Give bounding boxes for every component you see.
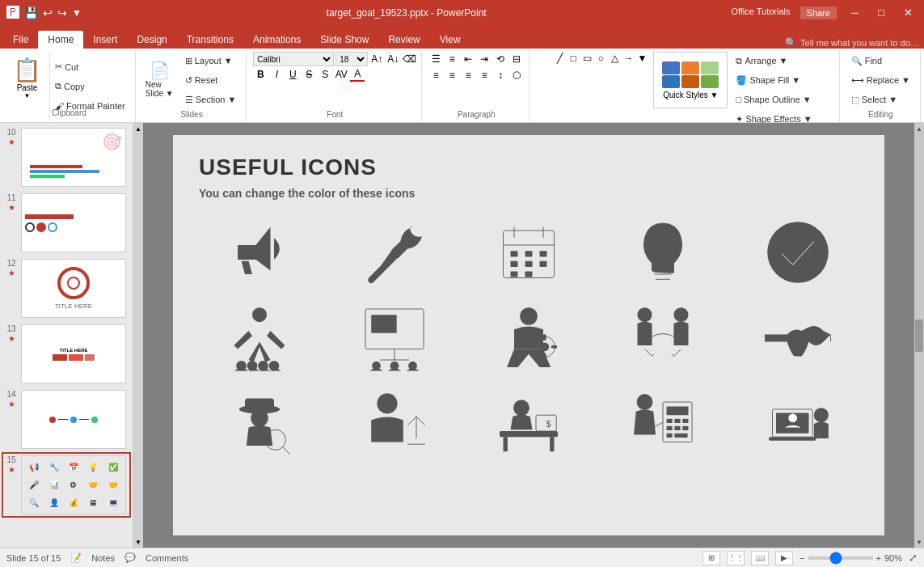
icon-megaphone[interactable] bbox=[199, 216, 320, 289]
copy-button[interactable]: ⧉Copy bbox=[50, 78, 130, 95]
shape-oval[interactable]: ○ bbox=[594, 52, 607, 65]
tell-me-input[interactable]: Tell me what you want to do... bbox=[800, 38, 918, 48]
slide-sorter-button[interactable]: ⋮⋮ bbox=[727, 551, 745, 565]
find-button[interactable]: 🔍Find bbox=[846, 52, 915, 70]
font-size-select[interactable]: 18 bbox=[335, 52, 368, 66]
tab-insert[interactable]: Insert bbox=[83, 31, 127, 49]
tab-home[interactable]: Home bbox=[38, 31, 83, 49]
tab-slideshow[interactable]: Slide Show bbox=[310, 31, 378, 49]
reset-button[interactable]: ↺Reset bbox=[180, 71, 242, 89]
shadow-button[interactable]: S bbox=[318, 67, 332, 82]
char-spacing-button[interactable]: AV bbox=[334, 67, 348, 82]
left-scrollbar[interactable]: ▲ ▼ bbox=[133, 123, 143, 548]
text-direction-button[interactable]: ⟲ bbox=[493, 52, 508, 66]
layout-button[interactable]: ⊞Layout ▼ bbox=[180, 52, 242, 70]
slide-notes-button[interactable]: Notes bbox=[91, 553, 115, 563]
close-button[interactable]: ✕ bbox=[899, 6, 918, 19]
fit-window-button[interactable]: ⤢ bbox=[909, 552, 918, 564]
strikethrough-button[interactable]: S bbox=[302, 67, 316, 82]
normal-view-button[interactable]: ⊞ bbox=[702, 551, 720, 565]
icon-checkmark[interactable] bbox=[737, 216, 859, 289]
slide-image-13[interactable]: TITLE HERE bbox=[21, 324, 126, 383]
new-slide-button[interactable]: 📄 NewSlide ▼ bbox=[142, 59, 177, 101]
icon-calendar[interactable] bbox=[468, 216, 589, 289]
comments-button[interactable]: Comments bbox=[146, 553, 188, 563]
slide-thumbnail-14[interactable]: 14 ★ bbox=[3, 388, 129, 451]
section-button[interactable]: ☰Section ▼ bbox=[180, 91, 242, 108]
decrease-font-button[interactable]: A↓ bbox=[386, 52, 400, 66]
share-button[interactable]: Share bbox=[800, 6, 837, 19]
shape-arrow[interactable]: → bbox=[622, 52, 635, 65]
shape-rect[interactable]: □ bbox=[567, 52, 580, 65]
underline-button[interactable]: U bbox=[285, 67, 300, 82]
replace-button[interactable]: ⟷Replace ▼ bbox=[846, 71, 915, 89]
increase-indent-button[interactable]: ⇥ bbox=[477, 52, 492, 66]
font-color-button[interactable]: A bbox=[350, 67, 365, 82]
align-left-button[interactable]: ≡ bbox=[428, 68, 443, 83]
icon-handshake[interactable] bbox=[737, 302, 859, 374]
minimize-button[interactable]: ─ bbox=[846, 6, 863, 19]
icon-upload-person[interactable] bbox=[333, 387, 454, 460]
zoom-slider[interactable] bbox=[808, 556, 873, 560]
icon-calculator-person[interactable] bbox=[602, 387, 724, 460]
icon-tools[interactable] bbox=[333, 216, 454, 289]
slide-thumbnail-15[interactable]: 15 ★ 📢 🔧 📅 💡 ✅ 🎤 📊 ⚙ 🤝 🤝 🔍 👤 💰 🖥 💻 bbox=[3, 454, 129, 516]
redo-icon[interactable]: ↪ bbox=[57, 6, 67, 19]
shape-outline-button[interactable]: □Shape Outline ▼ bbox=[731, 91, 816, 108]
scroll-right-down[interactable]: ▼ bbox=[914, 536, 924, 548]
paste-button[interactable]: 📋 Paste ▼ bbox=[8, 52, 46, 104]
icon-laptop-person[interactable] bbox=[737, 387, 859, 460]
office-tutorials-link[interactable]: Office Tutorials bbox=[731, 6, 790, 19]
numbered-list-button[interactable]: ≡ bbox=[445, 52, 459, 66]
scroll-thumb[interactable] bbox=[915, 319, 923, 352]
smart-art-button[interactable]: ⬡ bbox=[509, 68, 524, 83]
slideshow-view-button[interactable]: ▶ bbox=[775, 551, 793, 565]
icon-worker-gear[interactable] bbox=[468, 302, 589, 374]
tab-review[interactable]: Review bbox=[378, 31, 429, 49]
italic-button[interactable]: I bbox=[269, 67, 284, 82]
icon-presenter[interactable] bbox=[199, 302, 320, 374]
slide-thumbnail-13[interactable]: 13 ★ TITLE HERE bbox=[3, 323, 129, 385]
undo-icon[interactable]: ↩ bbox=[43, 6, 53, 19]
slide-image-12[interactable]: TITLE HERE bbox=[21, 259, 126, 318]
save-icon[interactable]: 💾 bbox=[24, 6, 38, 19]
reading-view-button[interactable]: 📖 bbox=[751, 551, 769, 565]
bullet-list-button[interactable]: ☰ bbox=[428, 52, 443, 66]
align-right-button[interactable]: ≡ bbox=[461, 68, 475, 83]
quick-styles-button[interactable]: Quick Styles ▼ bbox=[656, 54, 725, 106]
decrease-indent-button[interactable]: ⇤ bbox=[461, 52, 475, 66]
shape-triangle[interactable]: △ bbox=[608, 52, 621, 65]
zoom-in-button[interactable]: + bbox=[876, 553, 881, 563]
clear-format-button[interactable]: ⌫ bbox=[402, 52, 416, 66]
tab-transitions[interactable]: Transitions bbox=[177, 31, 243, 49]
shape-fill-button[interactable]: 🪣Shape Fill ▼ bbox=[731, 71, 816, 89]
shape-rounded-rect[interactable]: ▭ bbox=[580, 52, 593, 65]
align-center-button[interactable]: ≡ bbox=[445, 68, 459, 83]
scroll-up-arrow[interactable]: ▲ bbox=[134, 123, 142, 134]
columns-button[interactable]: ⊟ bbox=[509, 52, 524, 66]
tab-design[interactable]: Design bbox=[127, 31, 176, 49]
customize-icon[interactable]: ▼ bbox=[72, 7, 82, 19]
justify-button[interactable]: ≡ bbox=[477, 68, 492, 83]
cut-button[interactable]: ✂Cut bbox=[50, 58, 130, 76]
line-spacing-button[interactable]: ↕ bbox=[493, 68, 508, 83]
icon-handshake-deal[interactable] bbox=[602, 302, 724, 374]
right-scrollbar[interactable]: ▲ ▼ bbox=[914, 123, 924, 548]
slide-image-11[interactable] bbox=[21, 193, 126, 252]
icon-presentation[interactable] bbox=[333, 302, 454, 374]
tab-view[interactable]: View bbox=[430, 31, 470, 49]
slide-thumbnail-11[interactable]: 11 ★ bbox=[3, 192, 129, 254]
tab-file[interactable]: File bbox=[3, 31, 38, 49]
slide-image-14[interactable] bbox=[21, 390, 126, 449]
icon-money-desk[interactable]: $ bbox=[468, 387, 589, 460]
shape-line[interactable]: ╱ bbox=[553, 52, 566, 65]
scroll-down-arrow[interactable]: ▼ bbox=[134, 536, 142, 548]
slide-thumbnail-10[interactable]: 10 ★ 🎯 bbox=[3, 126, 129, 188]
icon-lightbulb[interactable] bbox=[602, 216, 724, 289]
maximize-button[interactable]: □ bbox=[873, 6, 889, 19]
slide-image-15[interactable]: 📢 🔧 📅 💡 ✅ 🎤 📊 ⚙ 🤝 🤝 🔍 👤 💰 🖥 💻 bbox=[21, 455, 126, 514]
arrange-button[interactable]: ⧉Arrange ▼ bbox=[731, 52, 816, 70]
zoom-out-button[interactable]: − bbox=[800, 553, 804, 563]
slide-panel[interactable]: 10 ★ 🎯 11 ★ bbox=[0, 123, 133, 548]
tab-animations[interactable]: Animations bbox=[243, 31, 310, 49]
